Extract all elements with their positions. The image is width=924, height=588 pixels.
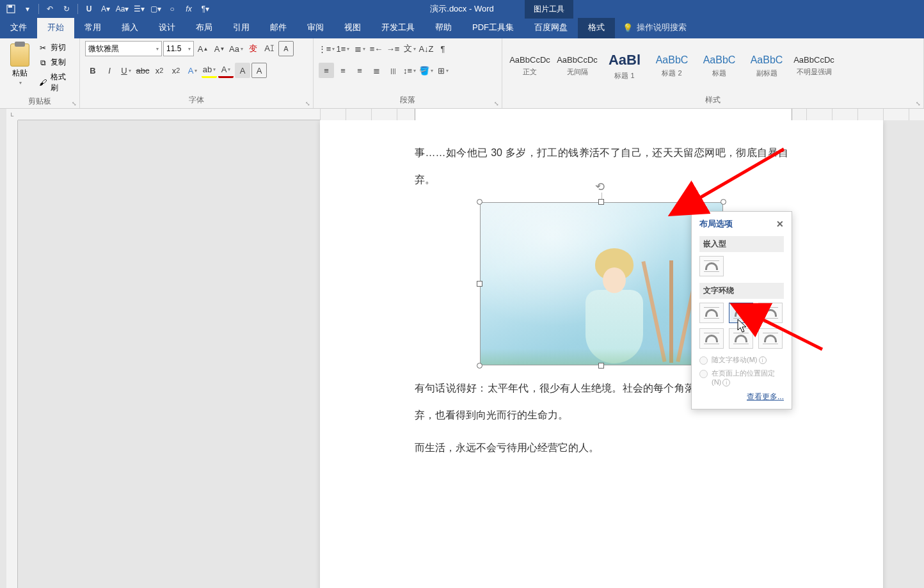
wrap-behind-option[interactable]	[729, 328, 753, 349]
font-qat[interactable]: A▾	[99, 2, 113, 16]
style-item[interactable]: AaBbC标题 2	[649, 44, 694, 88]
text-effect-qat[interactable]: Aa▾	[115, 2, 129, 16]
resize-handle-tr[interactable]	[721, 199, 726, 205]
tab-help[interactable]: 帮助	[425, 17, 462, 38]
tell-me-search[interactable]: 💡 操作说明搜索	[615, 17, 694, 38]
ruler-vertical[interactable]	[6, 120, 18, 588]
highlight-button[interactable]: ab▾	[202, 63, 217, 78]
char-shading-button[interactable]: A	[235, 63, 250, 78]
cut-button[interactable]: ✂剪切	[36, 41, 74, 54]
clipboard-launcher[interactable]: ⤡	[72, 100, 77, 107]
wrap-inline-option[interactable]	[699, 256, 724, 276]
text-effects-button[interactable]: A▾	[185, 63, 200, 78]
decrease-indent-button[interactable]: ≡←	[369, 41, 384, 56]
multilevel-button[interactable]: ≣▾	[352, 41, 367, 56]
increase-font-button[interactable]: A▲	[195, 41, 211, 56]
rotate-handle[interactable]: ⟲	[595, 180, 608, 193]
font-name-selector[interactable]: 微软雅黑▾	[85, 41, 162, 56]
phonetic-button[interactable]: 变	[245, 41, 260, 56]
border-qat[interactable]: ▢▾	[148, 2, 163, 16]
line-spacing-button[interactable]: ↕≡▾	[402, 63, 417, 78]
paragraph-3[interactable]: 而生活，永远不会亏待用心经营它的人。	[415, 434, 788, 461]
distribute-button[interactable]: ⫼	[385, 63, 401, 78]
italic-button[interactable]: I	[102, 63, 117, 78]
wrap-tight-option[interactable]	[729, 303, 753, 323]
enclose-button[interactable]: A	[278, 41, 294, 56]
wrap-topbottom-option[interactable]	[699, 328, 724, 349]
tab-common[interactable]: 常用	[74, 17, 111, 38]
text-direction-button[interactable]: 文▾	[402, 41, 417, 56]
lightbulb-icon: 💡	[623, 23, 633, 33]
tab-pdf[interactable]: PDF工具集	[462, 17, 524, 38]
shape-qat[interactable]: ○	[165, 2, 179, 16]
underline-button[interactable]: U▾	[118, 63, 134, 78]
style-item[interactable]: AaBl标题 1	[602, 44, 647, 88]
wrap-front-option[interactable]	[758, 328, 783, 349]
tab-file[interactable]: 文件	[0, 17, 37, 38]
copy-button[interactable]: ⧉复制	[36, 56, 74, 69]
para-qat[interactable]: ¶▾	[198, 2, 212, 16]
undo-button[interactable]: ↶	[43, 2, 57, 16]
clear-format-button[interactable]: Aꕯ	[262, 41, 277, 56]
subscript-button[interactable]: x2	[152, 63, 167, 78]
char-border-button[interactable]: A	[251, 63, 267, 78]
style-item[interactable]: AaBbC标题	[697, 44, 742, 88]
font-color-button[interactable]: A▾	[218, 63, 234, 78]
tab-mailings[interactable]: 邮件	[260, 17, 297, 38]
underline-qat[interactable]: U	[82, 2, 96, 16]
formula-qat[interactable]: fx	[182, 2, 196, 16]
tab-design[interactable]: 设计	[148, 17, 186, 38]
redo-button[interactable]: ↻	[60, 2, 74, 16]
superscript-button[interactable]: x2	[168, 63, 184, 78]
document-page[interactable]: 事……如今他已 30 多岁，打工的钱养活不了自己，还天天留恋网吧，彻底自暴自弃。…	[320, 120, 883, 588]
font-launcher[interactable]: ⤡	[305, 100, 310, 107]
list-qat[interactable]: ☰▾	[132, 2, 146, 16]
styles-gallery: AaBbCcDc正文AaBbCcDc无间隔AaBl标题 1AaBbC标题 2Aa…	[507, 41, 836, 91]
decrease-font-button[interactable]: A▼	[212, 41, 227, 56]
show-marks-button[interactable]: ¶	[435, 41, 450, 56]
popup-close-button[interactable]: ✕	[776, 219, 784, 229]
justify-button[interactable]: ≣	[369, 63, 384, 78]
wrap-through-option[interactable]	[758, 303, 783, 323]
see-more-link[interactable]: 查看更多...	[699, 392, 784, 402]
wrap-square-option[interactable]	[699, 303, 724, 323]
resize-handle-ml[interactable]	[477, 281, 482, 287]
align-left-button[interactable]: ≡	[319, 63, 334, 78]
format-painter-button[interactable]: 🖌格式刷	[36, 70, 74, 95]
paragraph-launcher[interactable]: ⤡	[494, 100, 499, 107]
increase-indent-button[interactable]: →≡	[385, 41, 401, 56]
style-item[interactable]: AaBbCcDc不明显强调	[792, 44, 836, 88]
style-item[interactable]: AaBbC副标题	[744, 44, 789, 88]
tab-format[interactable]: 格式	[578, 17, 615, 38]
align-center-button[interactable]: ≡	[335, 63, 351, 78]
tab-review[interactable]: 审阅	[297, 17, 334, 38]
resize-handle-bl[interactable]	[477, 363, 482, 369]
tab-layout[interactable]: 布局	[186, 17, 223, 38]
tab-developer[interactable]: 开发工具	[371, 17, 425, 38]
style-item[interactable]: AaBbCcDc无间隔	[555, 44, 600, 88]
shading-button[interactable]: 🪣▾	[418, 63, 434, 78]
tab-home[interactable]: 开始	[37, 17, 74, 38]
align-right-button[interactable]: ≡	[352, 63, 367, 78]
paste-button[interactable]: 粘贴 ▾	[5, 41, 34, 88]
borders-button[interactable]: ⊞▾	[435, 63, 450, 78]
numbering-button[interactable]: 1≡▾	[335, 41, 351, 56]
tab-view[interactable]: 视图	[334, 17, 371, 38]
bullets-button[interactable]: ⋮≡▾	[319, 41, 334, 56]
inserted-image[interactable]	[480, 202, 723, 365]
ruler-horizontal[interactable]	[18, 109, 924, 120]
resize-handle-tm[interactable]	[598, 199, 604, 205]
sort-button[interactable]: A↓Z	[418, 41, 434, 56]
tab-references[interactable]: 引用	[223, 17, 260, 38]
change-case-button[interactable]: Aa▾	[228, 41, 244, 56]
style-item[interactable]: AaBbCcDc正文	[507, 44, 552, 88]
strikethrough-button[interactable]: abc	[135, 63, 150, 78]
save-button[interactable]	[4, 2, 18, 16]
resize-handle-bm[interactable]	[598, 363, 604, 369]
tab-insert[interactable]: 插入	[111, 17, 148, 38]
styles-launcher[interactable]: ⤡	[916, 100, 921, 107]
font-size-selector[interactable]: 11.5▾	[163, 41, 194, 56]
tab-baidu[interactable]: 百度网盘	[524, 17, 578, 38]
qat-dropdown[interactable]: ▾	[20, 2, 35, 16]
bold-button[interactable]: B	[85, 63, 100, 78]
